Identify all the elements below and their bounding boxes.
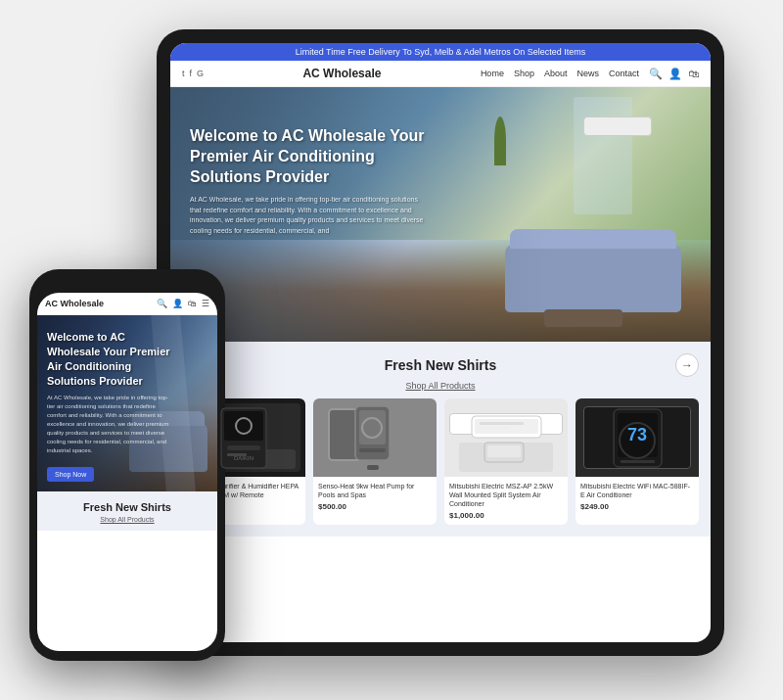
hero-description: At AC Wholesale, we take pride in offeri…: [190, 195, 425, 236]
svg-rect-1: [224, 411, 263, 441]
product-card-senso[interactable]: Senso-Heat 9kw Heat Pump for Pools and S…: [313, 398, 437, 525]
search-icon[interactable]: 🔍: [649, 68, 663, 80]
shop-all-link[interactable]: Shop All Products: [182, 381, 699, 391]
google-icon[interactable]: G: [197, 69, 204, 78]
product-info-mitsubishi-wifi: Mitsubishi Electric WiFi MAC-588IF-E Air…: [576, 477, 699, 516]
facebook-icon[interactable]: f: [190, 69, 193, 78]
svg-rect-3: [227, 445, 260, 450]
tablet-screen: Limited Time Free Delivery To Syd, Melb …: [170, 43, 711, 642]
tablet-products-section: Fresh New Shirts → Shop All Products: [170, 342, 711, 537]
phone-products-title: Fresh New Shirts: [45, 501, 209, 513]
phone-screen: AC Wholesale 🔍 👤 🛍 ☰ Welco: [37, 293, 217, 651]
products-arrow-button[interactable]: →: [675, 353, 699, 377]
announcement-bar: Limited Time Free Delivery To Syd, Melb …: [170, 43, 711, 61]
tablet-nav: Home Shop About News Contact: [481, 69, 639, 78]
tablet-device: Limited Time Free Delivery To Syd, Melb …: [157, 29, 724, 656]
twitter-icon[interactable]: t: [182, 69, 185, 78]
phone-products-section: Fresh New Shirts Shop All Products: [37, 491, 217, 531]
svg-rect-12: [475, 419, 538, 434]
svg-rect-10: [367, 465, 379, 470]
products-header: Fresh New Shirts →: [182, 353, 699, 377]
tablet-hero: Welcome to AC Wholesale Your Premier Air…: [170, 87, 711, 342]
phone-user-icon[interactable]: 👤: [172, 299, 183, 308]
phone-cart-icon[interactable]: 🛍: [188, 299, 197, 308]
scene: Limited Time Free Delivery To Syd, Melb …: [0, 0, 783, 700]
social-icons: t f G: [182, 69, 204, 78]
products-grid: DAIKIN Daikin Air Purifier & Humidifier …: [182, 398, 699, 525]
products-title: Fresh New Shirts: [354, 357, 527, 373]
product-card-mitsubishi-split[interactable]: Mitsubishi Electric MSZ-AP 2.5kW Wall Mo…: [444, 398, 568, 525]
svg-rect-9: [359, 448, 386, 452]
hero-content: Welcome to AC Wholesale Your Premier Air…: [190, 126, 425, 236]
phone-menu-icon[interactable]: ☰: [202, 299, 209, 308]
product-info-senso: Senso-Heat 9kw Heat Pump for Pools and S…: [313, 477, 437, 516]
nav-shop[interactable]: Shop: [514, 69, 534, 78]
tablet-site-title: AC Wholesale: [302, 67, 381, 80]
svg-rect-16: [487, 445, 521, 457]
user-icon[interactable]: 👤: [668, 68, 682, 80]
cart-icon[interactable]: 🛍: [688, 68, 699, 80]
tablet-header-icons: 🔍 👤 🛍: [649, 68, 699, 80]
product-name-mitsubishi-wifi: Mitsubishi Electric WiFi MAC-588IF-E Air…: [580, 482, 694, 499]
phone-hero-title: Welcome to AC Wholesale Your Premier Air…: [47, 330, 174, 388]
product-price-mitsubishi-split: $1,000.00: [449, 511, 563, 520]
phone-hero: Welcome to AC Wholesale Your Premier Air…: [37, 315, 217, 491]
phone-hero-description: At AC Wholesale, we take pride in offeri…: [47, 394, 174, 455]
svg-rect-13: [480, 422, 524, 425]
product-image-mitsubishi-split: [444, 398, 568, 477]
product-price-senso: $500.00: [318, 502, 432, 511]
hero-title: Welcome to AC Wholesale Your Premier Air…: [190, 126, 425, 187]
arrow-icon: →: [681, 358, 693, 372]
phone-device: AC Wholesale 🔍 👤 🛍 ☰ Welco: [29, 269, 225, 661]
announcement-text: Limited Time Free Delivery To Syd, Melb …: [296, 47, 585, 57]
nav-news[interactable]: News: [576, 69, 599, 78]
phone-header: AC Wholesale 🔍 👤 🛍 ☰: [37, 293, 217, 315]
phone-notch: [98, 279, 157, 289]
product-image-mitsubishi-wifi: 73: [576, 398, 699, 477]
product-card-mitsubishi-wifi[interactable]: 73 Mitsubishi Electric WiFi MAC-588IF-E …: [576, 398, 699, 525]
tablet-header: t f G AC Wholesale Home Shop About News …: [170, 61, 711, 87]
phone-header-icons: 🔍 👤 🛍 ☰: [157, 299, 209, 308]
svg-rect-14: [480, 427, 509, 429]
product-name-mitsubishi-split: Mitsubishi Electric MSZ-AP 2.5kW Wall Mo…: [449, 482, 563, 508]
product-name-senso: Senso-Heat 9kw Heat Pump for Pools and S…: [318, 482, 432, 499]
product-image-senso: [313, 398, 437, 477]
shop-now-button[interactable]: Shop Now: [47, 467, 94, 482]
svg-rect-21: [621, 460, 655, 463]
product-price-mitsubishi-wifi: $249.00: [580, 502, 694, 511]
phone-hero-content: Welcome to AC Wholesale Your Premier Air…: [47, 330, 174, 482]
phone-site-title: AC Wholesale: [45, 299, 104, 308]
product-info-mitsubishi-split: Mitsubishi Electric MSZ-AP 2.5kW Wall Mo…: [444, 477, 568, 525]
nav-contact[interactable]: Contact: [609, 69, 639, 78]
nav-about[interactable]: About: [544, 69, 568, 78]
phone-shop-all-link[interactable]: Shop All Products: [45, 516, 209, 523]
phone-search-icon[interactable]: 🔍: [157, 299, 167, 308]
nav-home[interactable]: Home: [481, 69, 504, 78]
svg-text:DAIKIN: DAIKIN: [234, 455, 253, 461]
svg-text:73: 73: [626, 425, 646, 444]
